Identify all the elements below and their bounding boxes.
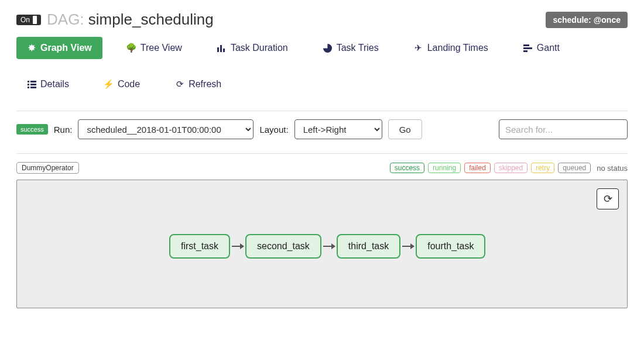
svg-rect-3 [523,44,529,46]
status-badge: success [16,124,48,135]
task-node[interactable]: first_task [169,234,230,259]
view-tabs: ✸ Graph View 🌳 Tree View Task Duration T… [16,37,628,95]
tab-label: Graph View [40,43,92,53]
tab-label: Code [118,79,140,90]
tab-details[interactable]: Details [16,73,80,95]
svg-rect-9 [30,84,36,85]
page-title: DAG: simple_scheduling [47,11,214,29]
page-header: On DAG: simple_scheduling schedule: @onc… [16,11,628,29]
svg-rect-10 [28,87,29,88]
divider [16,111,628,111]
status-legend: success running failed skipped retry que… [390,163,628,173]
tab-landing-times[interactable]: ✈ Landing Times [403,37,499,59]
tree-icon: 🌳 [127,43,136,53]
legend-success: success [390,163,424,173]
graph-refresh-button[interactable]: ⟳ [597,188,619,209]
tab-label: Refresh [189,79,221,90]
svg-rect-7 [30,81,36,82]
legend-queued: queued [558,163,591,173]
legend-no-status: no status [597,164,628,173]
edge-arrow-icon [232,246,244,247]
task-node[interactable]: fourth_task [416,234,485,259]
svg-rect-8 [28,84,29,85]
title-group: On DAG: simple_scheduling [16,11,214,29]
edge-arrow-icon [323,246,335,247]
svg-rect-2 [223,49,225,52]
tab-graph-view[interactable]: ✸ Graph View [16,37,102,59]
svg-rect-6 [28,81,29,82]
svg-rect-5 [523,50,527,52]
controls-row: success Run: scheduled__2018-01-01T00:00… [16,119,628,139]
legend-row: DummyOperator success running failed ski… [16,162,628,174]
operator-legend: DummyOperator [16,162,79,174]
legend-running: running [428,163,461,173]
dag-name: simple_scheduling [88,11,214,28]
divider [16,153,628,154]
svg-rect-4 [523,47,532,49]
tab-label: Gantt [537,43,560,53]
refresh-icon: ⟳ [175,79,184,90]
tab-code[interactable]: ⚡ Code [94,73,150,95]
legend-failed: failed [464,163,491,173]
sun-icon: ✸ [27,43,36,53]
title-prefix: DAG: [47,11,84,28]
tab-refresh[interactable]: ⟳ Refresh [165,73,232,95]
plane-icon: ✈ [414,43,423,53]
task-flow: first_task second_task third_task fourth… [169,234,485,259]
tab-gantt[interactable]: Gantt [513,37,570,59]
go-button[interactable]: Go [388,119,422,139]
svg-rect-11 [30,87,36,88]
svg-rect-1 [220,45,222,52]
bar-chart-icon [217,44,227,52]
svg-rect-0 [217,47,219,52]
list-icon [27,81,36,88]
tab-task-tries[interactable]: Task Tries [313,37,389,59]
layout-label: Layout: [259,125,288,135]
graph-canvas[interactable]: ⟳ first_task second_task third_task four… [16,180,628,308]
edge-arrow-icon [402,246,414,247]
task-node[interactable]: second_task [245,234,321,259]
schedule-badge: schedule: @once [546,12,628,28]
pie-chart-icon [323,44,333,53]
tab-tree-view[interactable]: 🌳 Tree View [117,37,193,59]
bolt-icon: ⚡ [104,79,114,90]
search-input[interactable] [499,119,628,139]
layout-select[interactable]: Left->Right [294,119,382,139]
run-label: Run: [54,125,73,135]
tab-label: Landing Times [427,43,488,53]
legend-skipped: skipped [494,163,527,173]
refresh-icon: ⟳ [604,192,612,205]
tab-label: Task Duration [231,43,288,53]
task-node[interactable]: third_task [337,234,400,259]
dag-toggle[interactable]: On [16,15,41,25]
tab-label: Task Tries [337,43,379,53]
tab-label: Details [40,79,69,90]
tab-label: Tree View [141,43,182,53]
tab-task-duration[interactable]: Task Duration [207,37,299,59]
gantt-icon [523,44,533,52]
legend-retry: retry [531,163,554,173]
run-select[interactable]: scheduled__2018-01-01T00:00:00 [78,119,254,139]
